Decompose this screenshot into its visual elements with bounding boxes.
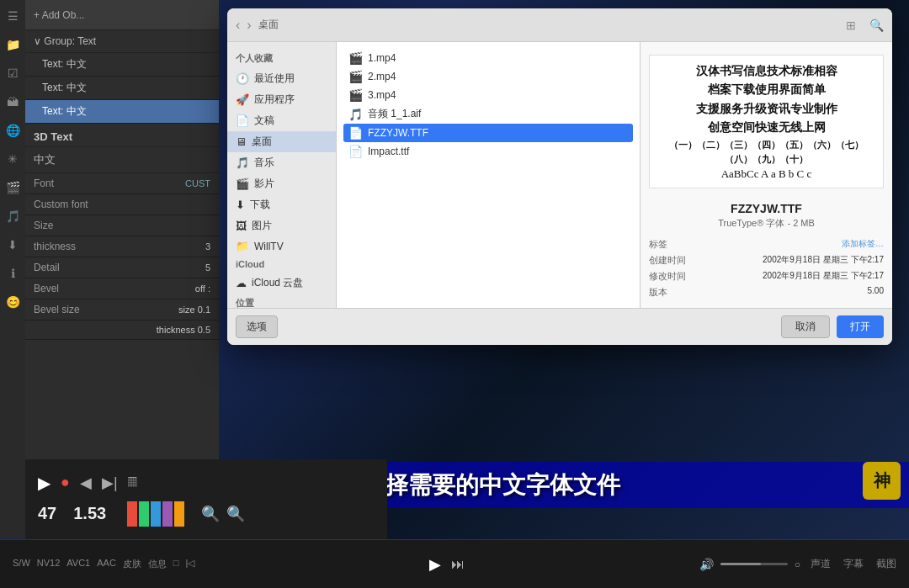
thickness-row[interactable]: thickness 3 bbox=[25, 236, 219, 257]
tag-add-btn[interactable]: 添加标签… bbox=[842, 238, 884, 251]
download-icon[interactable]: ⬇ bbox=[3, 236, 22, 254]
preview-cn-line2: 档案下载使用界面简单 bbox=[656, 81, 876, 99]
file-name-6: Impact.ttf bbox=[368, 146, 409, 157]
nav-music-label: 音乐 bbox=[254, 156, 274, 170]
nav-movies[interactable]: 🎬 影片 bbox=[227, 173, 336, 194]
text-item-3[interactable]: Text: 中文 bbox=[25, 100, 219, 124]
color-seg-blue bbox=[151, 501, 161, 527]
file-item-4[interactable]: 🎵 音频 1_1.aif bbox=[343, 104, 633, 124]
nav-downloads-label: 下载 bbox=[250, 198, 270, 212]
preview-cn-line5: （一）（二）（三）（四）（五）（六）（七）（八）（九）（十） bbox=[656, 138, 876, 167]
play-button[interactable]: ▶ bbox=[38, 473, 50, 493]
nav-movies-label: 影片 bbox=[254, 177, 274, 191]
music-icon[interactable]: 🎵 bbox=[3, 207, 22, 225]
nav-icloud[interactable]: ☁ iCloud 云盘 bbox=[227, 273, 336, 294]
channel-label[interactable]: 声道 bbox=[811, 557, 831, 571]
3d-icon[interactable]: 🌐 bbox=[3, 121, 22, 140]
nav-apps-label: 应用程序 bbox=[254, 93, 295, 107]
volume-slider[interactable] bbox=[720, 563, 788, 565]
text-item-1[interactable]: Text: 中文 bbox=[25, 53, 219, 77]
mp4-icon-2: 🎬 bbox=[348, 70, 363, 83]
panel-header: + Add Ob... bbox=[25, 0, 219, 30]
text-item-2[interactable]: Text: 中文 bbox=[25, 77, 219, 100]
preview-en-text: AaBbCc A a B b C c bbox=[656, 167, 876, 181]
font-icon-2: 📄 bbox=[348, 145, 363, 158]
bottom-play-icon[interactable]: ▶ bbox=[429, 555, 441, 574]
properties-panel: + Add Ob... ∨ Group: Text Text: 中文 Text:… bbox=[25, 0, 219, 538]
landscape-icon[interactable]: 🏔 bbox=[3, 93, 22, 111]
desktop-icon: 🖥 bbox=[236, 135, 247, 148]
detail-row[interactable]: Detail 5 bbox=[25, 257, 219, 278]
nv12-info: NV12 bbox=[37, 558, 61, 570]
color-seg-purple bbox=[162, 501, 173, 527]
nav-pictures[interactable]: 🖼 图片 bbox=[227, 215, 336, 236]
nav-recent[interactable]: 🕐 最近使用 bbox=[227, 68, 336, 89]
file-item-6[interactable]: 📄 Impact.ttf bbox=[343, 142, 633, 161]
file-item-2[interactable]: 🎬 2.mp4 bbox=[343, 67, 633, 86]
next-frame-button[interactable]: ▶| bbox=[102, 474, 118, 492]
bevel-size-row[interactable]: Bevel size size 0.1 bbox=[25, 299, 219, 320]
media-detail: 信息 bbox=[148, 558, 167, 570]
search-icon[interactable]: 🔍 bbox=[869, 19, 884, 32]
waveform-button[interactable]: 𝄜 bbox=[128, 475, 137, 490]
downloads-icon: ⬇ bbox=[236, 199, 245, 211]
nav-willtv[interactable]: 📁 WillTV bbox=[227, 236, 336, 256]
zoom-out-button[interactable]: 🔍 bbox=[201, 505, 220, 523]
movies-icon: 🎬 bbox=[236, 177, 249, 190]
open-button[interactable]: 打开 bbox=[837, 315, 884, 338]
watermark: 神 bbox=[863, 462, 901, 500]
volume-icon[interactable]: 🔊 bbox=[699, 558, 714, 571]
font-row[interactable]: Font CUST bbox=[25, 173, 219, 194]
add-object-button[interactable]: + Add Ob... bbox=[34, 9, 84, 21]
film-icon[interactable]: 🎬 bbox=[3, 178, 22, 197]
preview-cn-line1: 汉体书写信息技术标准相容 bbox=[656, 62, 876, 81]
nav-apps[interactable]: 🚀 应用程序 bbox=[227, 89, 336, 110]
recent-icon: 🕐 bbox=[236, 72, 249, 85]
apps-icon: 🚀 bbox=[236, 93, 249, 106]
nav-pictures-label: 图片 bbox=[252, 219, 272, 233]
nav-docs-label: 文稿 bbox=[254, 114, 274, 128]
folder-icon[interactable]: 📁 bbox=[3, 35, 22, 54]
nav-music[interactable]: 🎵 音乐 bbox=[227, 152, 336, 173]
icloud-label: iCloud bbox=[227, 256, 336, 273]
nav-docs[interactable]: 📄 文稿 bbox=[227, 110, 336, 131]
font-preview-box: 汉体书写信息技术标准相容 档案下载使用界面简单 支援服务升级资讯专业制作 创意空… bbox=[649, 55, 884, 188]
font-type: TrueType® 字体 - 2 MB bbox=[718, 217, 815, 230]
font-value: CUST bbox=[185, 178, 210, 188]
thickness-value: 3 bbox=[205, 241, 210, 252]
zoom-in-button[interactable]: 🔍 bbox=[226, 505, 245, 523]
emoji-icon[interactable]: 😊 bbox=[3, 293, 22, 311]
options-button[interactable]: 选项 bbox=[236, 315, 278, 338]
cancel-button[interactable]: 取消 bbox=[781, 315, 830, 338]
file-item-1[interactable]: 🎬 1.mp4 bbox=[343, 49, 633, 67]
audio-icon: 🎵 bbox=[348, 108, 363, 121]
file-item-3[interactable]: 🎬 3.mp4 bbox=[343, 86, 633, 104]
checkbox-icon[interactable]: ☑ bbox=[3, 64, 22, 82]
bottom-right-controls: 声道 字幕 截图 bbox=[811, 557, 896, 571]
willtv-icon: 📁 bbox=[236, 240, 249, 252]
file-item-5[interactable]: 📄 FZZYJW.TTF bbox=[343, 124, 633, 142]
group-item[interactable]: ∨ Group: Text bbox=[25, 30, 219, 53]
bottom-skip-icon[interactable]: ⏭ bbox=[451, 557, 465, 572]
detail-value: 5 bbox=[205, 262, 210, 273]
prev-frame-button[interactable]: ◀ bbox=[80, 474, 92, 492]
subtitle-label[interactable]: 字幕 bbox=[843, 557, 864, 571]
crop-label[interactable]: 截图 bbox=[876, 557, 896, 571]
nav-desktop[interactable]: 🖥 桌面 bbox=[227, 131, 336, 152]
bevel-thickness-row[interactable]: thickness 0.5 bbox=[25, 320, 219, 340]
bevel-row[interactable]: Bevel off : bbox=[25, 278, 219, 299]
size-row[interactable]: Size bbox=[25, 215, 219, 236]
separator: |◁ bbox=[186, 558, 195, 570]
nav-downloads[interactable]: ⬇ 下载 bbox=[227, 194, 336, 215]
custom-font-row[interactable]: Custom font bbox=[25, 194, 219, 215]
pictures-icon: 🖼 bbox=[236, 220, 247, 232]
playback-row: ▶ ● ◀ ▶| 𝄜 bbox=[38, 473, 375, 493]
record-button[interactable]: ● bbox=[61, 474, 70, 491]
effects-icon[interactable]: ✳ bbox=[3, 150, 22, 168]
info-icon[interactable]: ℹ bbox=[3, 264, 22, 283]
forward-icon[interactable]: › bbox=[247, 18, 251, 33]
view-icon[interactable]: ⊞ bbox=[846, 19, 856, 32]
back-icon[interactable]: ‹ bbox=[236, 18, 240, 33]
menu-icon[interactable]: ☰ bbox=[3, 7, 22, 25]
version-label: 版本 bbox=[649, 286, 667, 299]
